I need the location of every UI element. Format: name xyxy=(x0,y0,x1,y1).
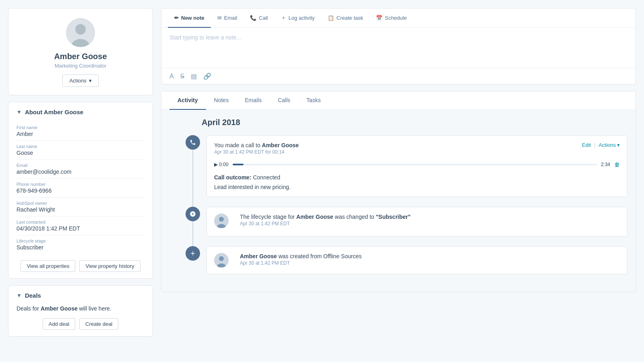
deals-section-header: ▼ Deals xyxy=(17,292,144,299)
field-lifecycle: Lifecycle stage Subscriber xyxy=(17,235,144,254)
email-icon: ✉ xyxy=(217,15,222,21)
tab-create-task[interactable]: 📋 Create task xyxy=(321,8,369,28)
call-actions-dropdown[interactable]: Actions ▾ xyxy=(599,142,620,148)
list-icon[interactable]: ▤ xyxy=(191,72,197,80)
profile-actions-button[interactable]: Actions ▾ xyxy=(62,74,99,87)
tab-tasks[interactable]: Tasks xyxy=(298,91,329,110)
plus-icon: ＋ xyxy=(281,14,286,21)
created-event-title: Amber Goose was created from Offline Sou… xyxy=(240,253,620,259)
field-last-name: Last name Goose xyxy=(17,141,144,160)
user-avatar-lifecycle xyxy=(214,214,229,228)
link-icon[interactable]: 🔗 xyxy=(203,72,211,80)
call-event-header: You made a call to Amber Goose Apr 30 at… xyxy=(214,142,620,155)
profile-card: Amber Goose Marketing Coordinator Action… xyxy=(8,8,153,95)
tab-schedule[interactable]: 📅 Schedule xyxy=(369,8,413,28)
about-footer-buttons: View all properties View property histor… xyxy=(17,260,144,272)
deals-collapse-icon[interactable]: ▼ xyxy=(17,292,22,298)
field-last-contacted: Last contacted 04/30/2018 1:42 PM EDT xyxy=(17,216,144,235)
audio-progress-bar[interactable] xyxy=(233,164,597,165)
tab-log-activity[interactable]: ＋ Log activity xyxy=(275,8,321,28)
created-timeline-icon xyxy=(186,246,200,261)
created-event-card: Amber Goose was created from Offline Sou… xyxy=(206,246,627,274)
svg-point-4 xyxy=(219,217,224,222)
main-content: ✏ New note ✉ Email 📞 Call ＋ Log activity… xyxy=(161,8,636,354)
tab-calls[interactable]: Calls xyxy=(270,91,298,110)
svg-point-1 xyxy=(75,24,86,35)
call-event-card: You made a call to Amber Goose Apr 30 at… xyxy=(206,135,627,197)
deals-section: ▼ Deals Deals for Amber Goose will live … xyxy=(8,285,153,337)
timeline-item-call: You made a call to Amber Goose Apr 30 at… xyxy=(186,135,627,197)
deals-empty-text: Deals for Amber Goose will live here. xyxy=(17,305,144,312)
call-edit-link[interactable]: Edit xyxy=(582,142,591,148)
timeline-container: April 2018 You made a call to Amb xyxy=(161,110,636,292)
tab-new-note[interactable]: ✏ New note xyxy=(168,8,211,28)
timeline-month: April 2018 xyxy=(202,118,627,127)
lifecycle-event-header: The lifecycle stage for Amber Goose was … xyxy=(214,214,620,228)
create-deal-button[interactable]: Create deal xyxy=(79,318,118,330)
play-button[interactable]: ▶ 0:00 xyxy=(214,162,229,167)
field-owner: HubSpot owner Rachael Wright xyxy=(17,197,144,216)
task-icon: 📋 xyxy=(328,15,334,21)
collapse-icon[interactable]: ▼ xyxy=(17,109,22,115)
avatar xyxy=(66,18,95,47)
profile-name: Amber Goose xyxy=(54,52,107,61)
chevron-down-icon: ▾ xyxy=(89,78,92,84)
edit-icon: ✏ xyxy=(174,15,179,21)
lifecycle-event-time: Apr 30 at 1:42 PM EDT xyxy=(240,221,411,226)
sidebar: Amber Goose Marketing Coordinator Action… xyxy=(8,8,153,354)
call-event-time: Apr 30 at 1:42 PM EDT for 00:14 xyxy=(214,149,582,155)
strikethrough-icon[interactable]: S̶ xyxy=(180,72,184,80)
call-note: Lead interested in new pricing. xyxy=(214,184,620,190)
calendar-icon: 📅 xyxy=(376,15,382,21)
call-event-actions: Edit | Actions ▾ xyxy=(582,142,620,148)
chevron-down-icon: ▾ xyxy=(617,142,620,148)
audio-player: ▶ 0:00 2:34 🗑 xyxy=(214,159,620,170)
created-event-time: Apr 30 at 1:42 PM EDT xyxy=(240,260,620,266)
svg-point-7 xyxy=(219,256,224,261)
text-format-icon[interactable]: A xyxy=(169,73,174,80)
field-first-name: First name Amber xyxy=(17,122,144,141)
about-section-header: ▼ About Amber Goose xyxy=(17,109,144,115)
tab-activity[interactable]: Activity xyxy=(169,91,206,110)
call-outcome: Call outcome: Connected xyxy=(214,174,620,181)
activity-tabs-bar: Activity Notes Emails Calls Tasks xyxy=(161,91,636,110)
tab-email[interactable]: ✉ Email xyxy=(211,8,244,28)
deals-footer-buttons: Add deal Create deal xyxy=(17,318,144,330)
call-event-title: You made a call to Amber Goose xyxy=(214,142,582,148)
note-textarea[interactable]: Start typing to leave a note... xyxy=(161,28,636,68)
profile-title: Marketing Coordinator xyxy=(55,63,107,69)
tab-emails[interactable]: Emails xyxy=(237,91,270,110)
about-fields: First name Amber Last name Goose Email a… xyxy=(17,122,144,254)
tab-notes[interactable]: Notes xyxy=(206,91,237,110)
lifecycle-event-card: The lifecycle stage for Amber Goose was … xyxy=(206,207,627,237)
delete-audio-icon[interactable]: 🗑 xyxy=(614,161,620,168)
activity-section: Activity Notes Emails Calls Tasks April … xyxy=(161,91,636,292)
view-property-history-button[interactable]: View property history xyxy=(79,260,140,272)
timeline-item-created: Amber Goose was created from Offline Sou… xyxy=(186,246,627,274)
tab-call[interactable]: 📞 Call xyxy=(244,8,274,28)
audio-end-time: 2:34 xyxy=(601,162,610,167)
add-deal-button[interactable]: Add deal xyxy=(43,318,75,330)
user-avatar-created xyxy=(214,253,229,267)
field-phone: Phone number 678-949-6966 xyxy=(17,179,144,197)
view-all-properties-button[interactable]: View all properties xyxy=(21,260,75,272)
lifecycle-timeline-icon xyxy=(186,207,200,221)
lifecycle-event-title: The lifecycle stage for Amber Goose was … xyxy=(240,214,411,220)
about-section: ▼ About Amber Goose First name Amber Las… xyxy=(8,102,153,279)
note-toolbar: A S̶ ▤ 🔗 xyxy=(161,68,636,84)
note-tabs-bar: ✏ New note ✉ Email 📞 Call ＋ Log activity… xyxy=(161,8,636,28)
phone-icon: 📞 xyxy=(250,15,256,21)
note-card: ✏ New note ✉ Email 📞 Call ＋ Log activity… xyxy=(161,8,636,84)
field-email: Email amber@coolidge.com xyxy=(17,160,144,179)
timeline-item-lifecycle: The lifecycle stage for Amber Goose was … xyxy=(186,207,627,237)
audio-progress-fill xyxy=(233,164,244,165)
call-timeline-icon xyxy=(186,135,200,150)
